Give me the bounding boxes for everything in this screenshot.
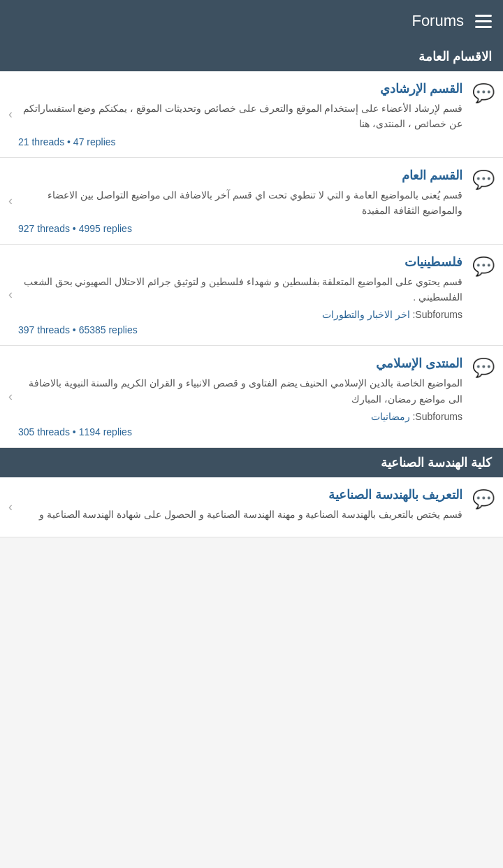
subforum-link-islami[interactable]: رمضانيات <box>371 411 410 422</box>
chevron-right-icon-3: › <box>8 287 13 302</box>
subforum-link-filastinyat[interactable]: اخر الاخبار والتطورات <box>322 309 410 320</box>
forum-desc-islami: المواضيع الخاصة بالدين الإسلامي الحنيف ي… <box>18 375 462 407</box>
forum-chat-icon-2: 💬 <box>472 168 495 191</box>
forum-stats-aam: 927 threads • 4995 replies <box>18 223 462 234</box>
forum-item-islami[interactable]: 💬 المنتدى الإسلامي المواضيع الخاصة بالدي… <box>0 346 503 448</box>
forum-item-filastinyat[interactable]: 💬 فلسطينيات قسم يحتوي على المواضيع المتع… <box>0 245 503 347</box>
forum-title-aam: القسم العام <box>18 168 462 183</box>
forum-chat-icon: 💬 <box>472 81 495 104</box>
forum-title-islami: المنتدى الإسلامي <box>18 356 462 371</box>
chevron-right-icon: › <box>8 107 13 122</box>
hamburger-menu-button[interactable] <box>475 15 492 28</box>
chevron-right-icon-4: › <box>8 389 13 404</box>
forum-title-industrial-intro: التعريف بالهندسة الصناعية <box>18 487 462 502</box>
app-title: Forums <box>411 12 464 30</box>
forum-content-filastinyat: فلسطينيات قسم يحتوي على المواضيع المتعلق… <box>18 254 462 336</box>
subforum-label: Subforums: <box>412 309 462 320</box>
forum-content-industrial-intro: التعريف بالهندسة الصناعية قسم يختص بالتع… <box>18 487 462 526</box>
forum-chat-icon-3: 💬 <box>472 254 495 277</box>
forum-subforums-filastinyat: Subforums: اخر الاخبار والتطورات <box>18 309 462 320</box>
forum-stats-irshadi: 21 threads • 47 replies <box>18 136 462 147</box>
app-header: Forums <box>0 0 503 42</box>
forum-item-aam[interactable]: 💬 القسم العام قسم يُعنى بالمواضيع العامة… <box>0 158 503 245</box>
forum-title-irshadi: القسم الإرشادي <box>18 81 462 96</box>
forum-content-islami: المنتدى الإسلامي المواضيع الخاصة بالدين … <box>18 356 462 437</box>
forum-title-filastinyat: فلسطينيات <box>18 254 462 270</box>
forum-subforums-islami: Subforums: رمضانيات <box>18 411 462 422</box>
forum-item-industrial-intro[interactable]: 💬 التعريف بالهندسة الصناعية قسم يختص بال… <box>0 477 503 537</box>
chevron-right-icon-5: › <box>8 500 13 514</box>
forum-content-aam: القسم العام قسم يُعنى بالمواضيع العامة و… <box>18 168 462 234</box>
section-engineering: كلية الهندسة الصناعية <box>0 448 503 477</box>
forum-stats-filastinyat: 397 threads • 65385 replies <box>18 324 462 335</box>
forum-chat-icon-5: 💬 <box>472 487 495 510</box>
subforum-label-islami: Subforums: <box>412 411 462 422</box>
forum-desc-irshadi: قسم لإرشاد الأعضاء على إستخدام الموقع وا… <box>18 101 462 132</box>
forum-item-irshadi[interactable]: 💬 القسم الإرشادي قسم لإرشاد الأعضاء على … <box>0 71 503 158</box>
forum-chat-icon-4: 💬 <box>472 356 495 379</box>
forum-content-irshadi: القسم الإرشادي قسم لإرشاد الأعضاء على إس… <box>18 81 462 147</box>
chevron-right-icon-2: › <box>8 194 13 208</box>
forum-desc-aam: قسم يُعنى بالمواضيع العامة و التي لا تنط… <box>18 187 462 219</box>
forum-stats-islami: 305 threads • 1194 replies <box>18 426 462 437</box>
forum-desc-filastinyat: قسم يحتوي على المواضيع المتعلقة بفلسطين … <box>18 274 462 305</box>
forum-desc-industrial-intro: قسم يختص بالتعريف بالهندسة الصناعية و مه… <box>18 507 462 522</box>
section-general: الاقسام العامة <box>0 42 503 71</box>
